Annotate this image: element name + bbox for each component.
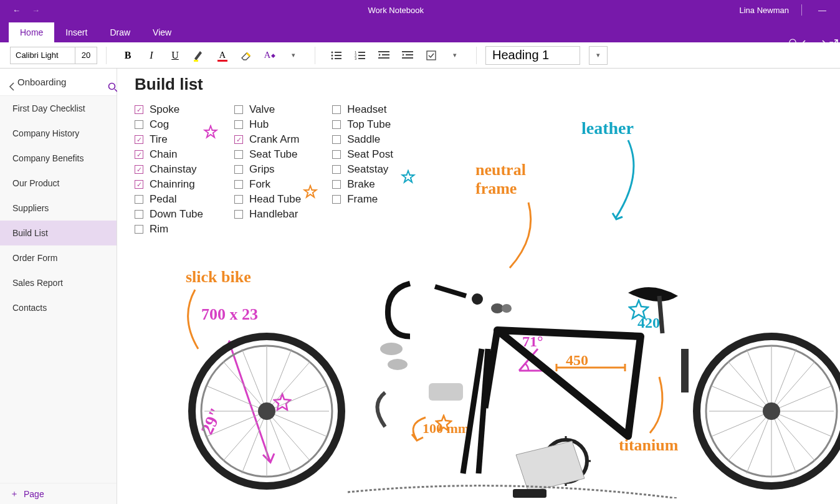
checkbox-icon[interactable] (332, 135, 341, 144)
bold-button[interactable]: B (122, 47, 134, 64)
checkbox-icon[interactable] (234, 195, 243, 204)
checklist-item[interactable]: Seat Tube (234, 148, 301, 161)
svg-line-47 (728, 411, 771, 461)
section-name[interactable]: Onboarding (17, 77, 99, 87)
bike-parts-image (167, 224, 840, 498)
checkbox-icon[interactable] (234, 150, 243, 159)
checklist-label: Chain (150, 148, 177, 161)
checklist-item[interactable]: Headset (332, 103, 393, 116)
checklist-item[interactable]: ✓Spoke (135, 103, 203, 116)
checkbox-icon[interactable] (135, 195, 143, 204)
checkbox-icon[interactable] (332, 165, 341, 174)
todo-button[interactable] (425, 47, 437, 64)
add-page-button[interactable]: ＋ Page (0, 483, 117, 504)
checklist-item[interactable]: Head Tube (234, 193, 301, 206)
checklist-label: Brake (347, 178, 375, 191)
page-item[interactable]: Company Benefits (0, 146, 117, 171)
page-title[interactable]: Build list (135, 75, 203, 94)
checklist-item[interactable]: Fork (234, 178, 301, 191)
add-page-label: Page (24, 489, 44, 499)
checklist-item[interactable]: ✓Crank Arm (234, 133, 301, 146)
checklist-item[interactable]: Valve (234, 103, 301, 116)
page-item[interactable]: Build List (0, 221, 117, 245)
style-dropdown[interactable]: ▾ (589, 46, 608, 65)
page-item[interactable]: Suppliers (0, 196, 117, 221)
tab-draw[interactable]: Draw (98, 22, 141, 42)
svg-rect-19 (427, 51, 436, 60)
font-selector[interactable] (10, 47, 97, 64)
checklist-item[interactable]: Handlebar (234, 208, 301, 221)
checkbox-icon[interactable]: ✓ (135, 165, 143, 174)
svg-rect-14 (382, 54, 389, 55)
page-item[interactable]: Order Form (0, 245, 117, 270)
bullet-list-button[interactable] (330, 47, 343, 64)
checkbox-icon[interactable] (135, 120, 143, 129)
number-list-button[interactable]: 123 (354, 47, 366, 64)
style-selector[interactable] (485, 46, 580, 65)
checkbox-icon[interactable] (234, 165, 243, 174)
outdent-button[interactable] (378, 47, 390, 64)
checkbox-icon[interactable] (234, 180, 243, 189)
checklist-item[interactable]: Down Tube (135, 208, 203, 221)
highlight-button[interactable] (193, 47, 205, 64)
checklist-item[interactable]: ✓Chainstay (135, 163, 203, 176)
tab-view[interactable]: View (141, 22, 183, 42)
forward-arrow[interactable]: → (32, 6, 40, 15)
checkbox-icon[interactable]: ✓ (234, 135, 243, 144)
checklist-item[interactable]: ✓Chainring (135, 178, 203, 191)
more-font-dropdown[interactable]: ▾ (287, 47, 300, 64)
checkbox-icon[interactable] (332, 105, 341, 114)
checklist-label: Crank Arm (249, 133, 299, 146)
tab-insert[interactable]: Insert (54, 22, 98, 42)
plus-icon: ＋ (10, 488, 19, 500)
checklist-item[interactable]: Saddle (332, 133, 393, 146)
checklist-item[interactable]: ✓Tire (135, 133, 203, 146)
font-name-input[interactable] (11, 47, 75, 64)
svg-point-73 (388, 359, 408, 370)
checklist-label: Chainstay (150, 163, 197, 176)
font-color-button[interactable]: A (216, 47, 229, 64)
checklist-item[interactable]: Seatstay (332, 163, 393, 176)
page-item[interactable]: First Day Checklist (0, 96, 117, 121)
minimize-button[interactable]: ― (814, 6, 830, 15)
svg-rect-77 (681, 349, 689, 392)
checkbox-icon[interactable] (234, 120, 243, 129)
checklist-area[interactable]: ✓SpokeCog✓Tire✓Chain✓Chainstay✓Chainring… (135, 103, 393, 235)
checklist-item[interactable]: Hub (234, 118, 301, 131)
checkbox-icon[interactable]: ✓ (135, 135, 143, 144)
indent-button[interactable] (401, 47, 414, 64)
checkbox-icon[interactable] (332, 150, 341, 159)
eraser-button[interactable] (240, 47, 252, 64)
checklist-item[interactable]: Frame (332, 193, 393, 206)
checkbox-icon[interactable] (332, 120, 341, 129)
checklist-item[interactable]: Brake (332, 178, 393, 191)
checkbox-icon[interactable]: ✓ (135, 105, 143, 114)
page-item[interactable]: Sales Report (0, 270, 117, 295)
checklist-item[interactable]: ✓Chain (135, 148, 203, 161)
user-name[interactable]: Lina Newman (740, 6, 790, 15)
underline-button[interactable]: U (169, 47, 181, 64)
tab-home[interactable]: Home (9, 22, 54, 42)
back-arrow[interactable]: ← (12, 6, 21, 15)
checkbox-icon[interactable] (332, 180, 341, 189)
font-size-input[interactable] (75, 47, 97, 64)
checklist-item[interactable]: Grips (234, 163, 301, 176)
page-item[interactable]: Company History (0, 121, 117, 146)
style-input[interactable] (486, 47, 580, 64)
checkbox-icon[interactable] (135, 225, 143, 234)
italic-button[interactable]: I (145, 47, 158, 64)
checkbox-icon[interactable] (234, 210, 243, 219)
checkbox-icon[interactable] (332, 195, 341, 204)
checkbox-icon[interactable] (234, 105, 243, 114)
checklist-item[interactable]: Top Tube (332, 118, 393, 131)
checklist-item[interactable]: Seat Post (332, 148, 393, 161)
checkbox-icon[interactable]: ✓ (135, 150, 143, 159)
clear-format-button[interactable]: A◆ (264, 47, 276, 64)
checkbox-icon[interactable]: ✓ (135, 180, 143, 189)
more-para-dropdown[interactable]: ▾ (449, 47, 461, 64)
checklist-item[interactable]: Cog (135, 118, 203, 131)
checklist-item[interactable]: Pedal (135, 193, 203, 206)
checkbox-icon[interactable] (135, 210, 143, 219)
page-item[interactable]: Our Product (0, 171, 117, 196)
page-item[interactable]: Contacts (0, 295, 117, 320)
